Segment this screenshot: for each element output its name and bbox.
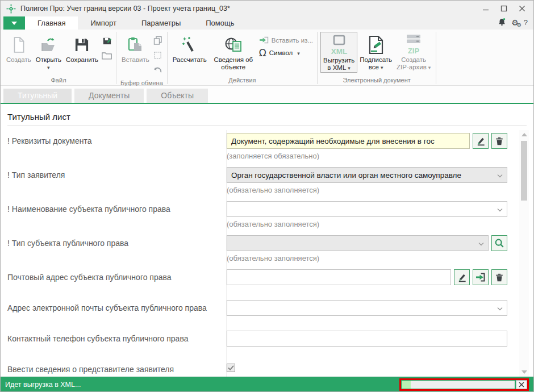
doc-tab-objects[interactable]: Объекты [147,89,208,103]
create-zip-button[interactable]: ZIP СоздатьZIP-архив [394,32,433,72]
paste-button[interactable]: Вставить [119,32,152,64]
save-button[interactable]: Сохранить [64,32,101,64]
subject-name-select[interactable] [227,201,507,217]
export-xml-button[interactable]: XML Выгрузитьв XML [320,32,357,73]
pencil-icon [476,136,486,146]
omega-icon: Ω [259,47,266,59]
scroll-up-arrow[interactable] [522,133,527,136]
insert-from-icon [259,36,269,44]
edit-button[interactable] [454,269,470,285]
tab-import[interactable]: Импорт [78,16,128,30]
subject-type-select[interactable] [227,235,489,251]
close-icon [519,382,524,387]
insert-from-button[interactable]: Вставить из... [259,36,313,44]
export-progress-bar [401,380,515,389]
tab-main[interactable]: Главная [25,16,78,30]
delete-button[interactable] [491,133,507,149]
field-hint: (заполняется обязательно) [227,152,507,160]
save-as-button[interactable] [102,35,112,45]
tab-help[interactable]: Помощь [193,16,247,30]
tab-parameters[interactable]: Параметры [129,16,193,30]
ribbon-separator [167,32,168,84]
symbol-button[interactable]: Ω Символ [259,47,313,59]
group-caption-edocument: Электронный документ [320,76,433,85]
email-select[interactable] [227,300,507,316]
check-icon [228,365,234,370]
calculate-button[interactable]: Рассчитать [170,32,209,64]
open-dropdown-arrow [47,64,50,72]
symbol-dropdown-arrow [297,49,300,56]
chevron-down-icon [478,242,484,246]
sign-document-icon [367,34,385,56]
group-caption-file: Файл [4,76,113,85]
doc-tab-documents[interactable]: Документы [74,89,144,103]
undo-button[interactable] [153,65,163,75]
ribbon: Создать Открыть Сохранить [1,30,533,86]
scrollbar-thumb[interactable] [521,141,527,201]
group-caption-actions: Действия [170,76,314,85]
chevron-down-icon [497,307,503,311]
field-label: Адрес электронной почты субъекта публичн… [7,300,227,316]
document-requisites-input[interactable]: Документ, содержащий необходимые для вне… [227,133,470,149]
form-row-postal-address: Почтовый адрес субъекта публичного права [7,269,507,285]
field-label: ! Тип субъекта публичного права [7,235,227,262]
vertical-scrollbar[interactable] [519,130,529,377]
open-project-button[interactable] [102,50,112,60]
arrow-into-box-icon [475,272,486,282]
settings-gears-icon[interactable]: ⚙⚙ [511,19,519,27]
close-button[interactable] [514,3,530,14]
ribbon-group-file: Создать Открыть Сохранить [2,31,115,85]
field-label: ! Тип заявителя [7,167,227,194]
search-icon [494,238,504,248]
notifications-bell-icon[interactable] [498,18,506,27]
magic-wand-icon [181,34,198,56]
phone-input[interactable] [227,331,507,347]
ribbon-group-clipboard: Вставить Буфер обмена [117,31,166,85]
field-label: ! Реквизиты документа [7,133,227,160]
help-icon[interactable]: ? [524,19,528,26]
applicant-type-select[interactable]: Орган государственной власти или орган м… [227,167,507,183]
zip-dropdown-arrow [428,64,431,70]
new-document-icon [11,34,26,56]
create-button[interactable]: Создать [4,32,34,64]
copy-button[interactable] [153,35,163,45]
ribbon-separator [116,32,116,84]
open-folder-icon [40,34,57,56]
minimize-button[interactable] [478,3,494,14]
zip-icon: ZIP [402,34,425,56]
scroll-down-arrow[interactable] [522,370,527,374]
object-info-button[interactable]: Сведения об объекте [209,32,258,71]
progress-fill [402,381,411,389]
postal-address-input[interactable] [227,269,451,285]
edit-button[interactable] [473,133,489,149]
representative-checkbox[interactable] [227,364,235,372]
form-row-applicant-type: ! Тип заявителя Орган государственной вл… [7,167,507,194]
field-label: Почтовый адрес субъекта публичного права [7,269,227,285]
import-address-button[interactable] [473,269,489,285]
paste-clipboard-icon [127,34,143,56]
svg-text:XML: XML [331,47,347,56]
trash-icon [495,273,504,282]
document-tabs: Титульный Документы Объекты [1,86,533,104]
globe-info-icon [224,34,243,56]
open-button[interactable]: Открыть [34,32,64,72]
chevron-down-icon [497,208,503,212]
svg-text:ZIP: ZIP [408,47,420,55]
field-label: Ввести сведения о представителе заявител… [7,361,227,375]
maximize-button[interactable] [496,3,512,14]
form-row-representative: Ввести сведения о представителе заявител… [7,361,507,375]
app-menu-button[interactable] [3,16,25,30]
sign-all-button[interactable]: Подписатьвсе [357,32,394,72]
delete-button[interactable] [491,269,507,285]
cancel-export-button[interactable] [516,380,527,389]
status-message: Идет выгрузка в XML... [1,381,81,389]
trash-icon [495,136,504,146]
ribbon-tab-row: Главная Импорт Параметры Помощь ⚙⚙ ? [1,16,533,30]
app-window: Полигон Про: Учет границ версии 03 - Про… [0,0,534,392]
paste-special-button[interactable] [153,50,163,60]
field-hint: (обязательно заполняется) [227,186,507,194]
doc-tab-title-sheet[interactable]: Титульный [3,89,72,103]
search-button[interactable] [491,235,507,251]
xml-icon: XML [326,34,352,57]
status-bar: Идет выгрузка в XML... [1,377,533,391]
